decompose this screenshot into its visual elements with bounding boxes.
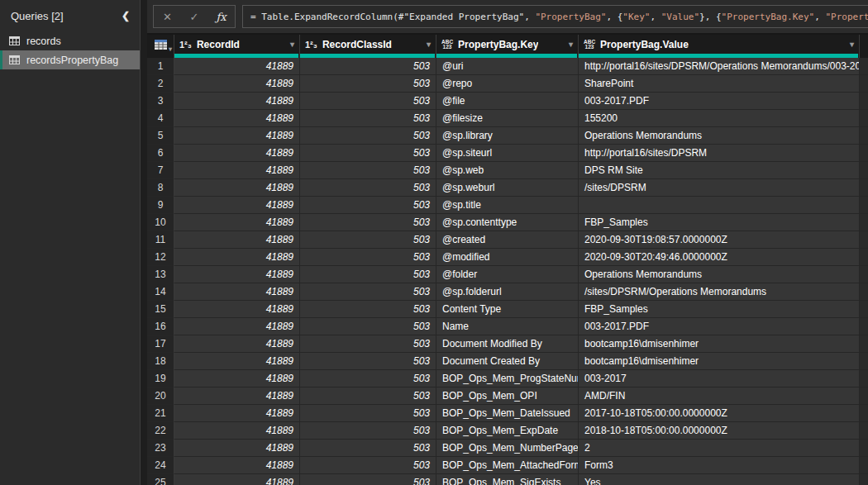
row-number[interactable]: 1 xyxy=(147,58,174,75)
row-number[interactable]: 9 xyxy=(147,197,174,214)
row-number[interactable]: 23 xyxy=(147,440,174,457)
cell-record-id[interactable]: 41889 xyxy=(174,93,300,110)
cell-record-class-id[interactable]: 503 xyxy=(300,249,436,266)
collapse-pane-icon[interactable]: ❮ xyxy=(122,10,130,21)
row-number[interactable]: 2 xyxy=(147,75,174,93)
cell-record-id[interactable]: 41889 xyxy=(174,231,300,249)
column-filter-dropdown-icon[interactable]: ▾ xyxy=(290,40,296,49)
cell-propertybag-key[interactable]: BOP_Ops_Mem_AttachedForms xyxy=(436,457,579,474)
row-number[interactable]: 5 xyxy=(147,127,174,145)
cell-record-id[interactable]: 41889 xyxy=(174,162,300,179)
row-number[interactable]: 3 xyxy=(147,93,174,110)
cell-propertybag-key[interactable]: @uri xyxy=(436,58,579,75)
cell-propertybag-key[interactable]: @repo xyxy=(436,75,579,93)
cell-record-id[interactable]: 41889 xyxy=(174,214,300,231)
cell-propertybag-key[interactable]: @sp.library xyxy=(436,127,579,145)
fx-add-step-icon[interactable]: ƒx xyxy=(211,11,232,23)
column-header[interactable]: ABC123 PropertyBag.Value ▾ xyxy=(579,35,860,58)
cell-record-id[interactable]: 41889 xyxy=(174,301,300,318)
cell-propertybag-value[interactable]: 2018-10-18T05:00:00.0000000Z xyxy=(579,422,860,440)
cell-propertybag-key[interactable]: BOP_Ops_Mem_SigExists xyxy=(436,474,579,485)
cell-propertybag-key[interactable]: Document Modified By xyxy=(436,335,579,353)
cell-propertybag-value[interactable]: http://portal16/sites/DPSRM/Operations M… xyxy=(579,58,860,75)
cell-propertybag-key[interactable]: Content Type xyxy=(436,301,579,318)
cell-propertybag-value[interactable]: SharePoint xyxy=(579,75,860,93)
cell-propertybag-key[interactable]: @sp.web xyxy=(436,162,579,179)
cell-record-id[interactable]: 41889 xyxy=(174,266,300,283)
cell-record-id[interactable]: 41889 xyxy=(174,197,300,214)
cell-propertybag-key[interactable]: @sp.title xyxy=(436,197,579,214)
column-header[interactable]: 1²₃ RecordClassId ▾ xyxy=(300,35,436,58)
row-number[interactable]: 25 xyxy=(147,474,174,485)
cell-propertybag-value[interactable]: Yes xyxy=(579,474,860,485)
row-number[interactable]: 8 xyxy=(147,179,174,197)
cell-record-id[interactable]: 41889 xyxy=(174,335,300,353)
cell-propertybag-value[interactable]: 2020-09-30T19:08:57.0000000Z xyxy=(579,231,860,249)
row-number[interactable]: 19 xyxy=(147,370,174,388)
cell-record-id[interactable]: 41889 xyxy=(174,58,300,75)
cell-propertybag-value[interactable]: /sites/DPSRM xyxy=(579,179,860,197)
row-number[interactable]: 18 xyxy=(147,353,174,370)
cell-record-id[interactable]: 41889 xyxy=(174,110,300,127)
row-number[interactable]: 16 xyxy=(147,318,174,335)
cell-record-id[interactable]: 41889 xyxy=(174,318,300,335)
cell-record-class-id[interactable]: 503 xyxy=(300,162,436,179)
cell-propertybag-key[interactable]: BOP_Ops_Mem_DateIssued xyxy=(436,405,579,422)
cell-record-class-id[interactable]: 503 xyxy=(300,405,436,422)
row-number[interactable]: 11 xyxy=(147,231,174,249)
cell-record-class-id[interactable]: 503 xyxy=(300,318,436,335)
cell-record-id[interactable]: 41889 xyxy=(174,179,300,197)
row-number[interactable]: 13 xyxy=(147,266,174,283)
cell-record-id[interactable]: 41889 xyxy=(174,457,300,474)
cell-propertybag-value[interactable]: 2017-10-18T05:00:00.0000000Z xyxy=(579,405,860,422)
cell-propertybag-value[interactable]: Operations Memorandums xyxy=(579,127,860,145)
cell-propertybag-key[interactable]: @folder xyxy=(436,266,579,283)
query-list-item[interactable]: recordsPropertyBag xyxy=(0,50,140,69)
cell-record-class-id[interactable]: 503 xyxy=(300,214,436,231)
cell-record-id[interactable]: 41889 xyxy=(174,405,300,422)
cell-propertybag-key[interactable]: BOP_Ops_Mem_NumberPages xyxy=(436,440,579,457)
cell-record-class-id[interactable]: 503 xyxy=(300,145,436,162)
cell-record-class-id[interactable]: 503 xyxy=(300,231,436,249)
cell-propertybag-key[interactable]: @sp.contenttype xyxy=(436,214,579,231)
row-number[interactable]: 24 xyxy=(147,457,174,474)
cell-propertybag-key[interactable]: @sp.folderurl xyxy=(436,283,579,301)
cell-propertybag-value[interactable]: 003-2017 xyxy=(579,370,860,388)
row-number[interactable]: 4 xyxy=(147,110,174,127)
cell-propertybag-value[interactable]: 155200 xyxy=(579,110,860,127)
cell-record-class-id[interactable]: 503 xyxy=(300,110,436,127)
query-list-item[interactable]: records xyxy=(0,31,140,50)
cell-propertybag-key[interactable]: Name xyxy=(436,318,579,335)
cell-record-class-id[interactable]: 503 xyxy=(300,422,436,440)
column-filter-dropdown-icon[interactable]: ▾ xyxy=(850,40,856,49)
row-number[interactable]: 21 xyxy=(147,405,174,422)
cell-record-class-id[interactable]: 503 xyxy=(300,388,436,405)
cell-record-class-id[interactable]: 503 xyxy=(300,474,436,485)
cell-propertybag-value[interactable]: DPS RM Site xyxy=(579,162,860,179)
column-header[interactable]: ABC123 PropertyBag.Key ▾ xyxy=(436,35,579,58)
row-number[interactable]: 12 xyxy=(147,249,174,266)
row-number[interactable]: 14 xyxy=(147,283,174,301)
cell-record-class-id[interactable]: 503 xyxy=(300,283,436,301)
cell-record-id[interactable]: 41889 xyxy=(174,145,300,162)
cell-propertybag-value[interactable]: FBP_Samples xyxy=(579,301,860,318)
row-number[interactable]: 15 xyxy=(147,301,174,318)
cell-propertybag-value[interactable]: Operations Memorandums xyxy=(579,266,860,283)
cell-propertybag-value[interactable]: 003-2017.PDF xyxy=(579,93,860,110)
row-number[interactable]: 6 xyxy=(147,145,174,162)
cell-record-id[interactable]: 41889 xyxy=(174,388,300,405)
cell-propertybag-value[interactable]: http://portal16/sites/DPSRM xyxy=(579,145,860,162)
column-filter-dropdown-icon[interactable]: ▾ xyxy=(569,40,575,49)
cell-propertybag-key[interactable]: @sp.weburl xyxy=(436,179,579,197)
cell-propertybag-value[interactable]: AMD/FIN xyxy=(579,388,860,405)
cell-record-id[interactable]: 41889 xyxy=(174,127,300,145)
cell-record-class-id[interactable]: 503 xyxy=(300,335,436,353)
cell-record-id[interactable]: 41889 xyxy=(174,75,300,93)
cell-propertybag-key[interactable]: @modified xyxy=(436,249,579,266)
cell-propertybag-key[interactable]: BOP_Ops_Mem_ProgStateNum... xyxy=(436,370,579,388)
row-number[interactable]: 17 xyxy=(147,335,174,353)
cell-record-class-id[interactable]: 503 xyxy=(300,75,436,93)
cell-record-class-id[interactable]: 503 xyxy=(300,93,436,110)
cell-record-id[interactable]: 41889 xyxy=(174,249,300,266)
cell-record-class-id[interactable]: 503 xyxy=(300,370,436,388)
